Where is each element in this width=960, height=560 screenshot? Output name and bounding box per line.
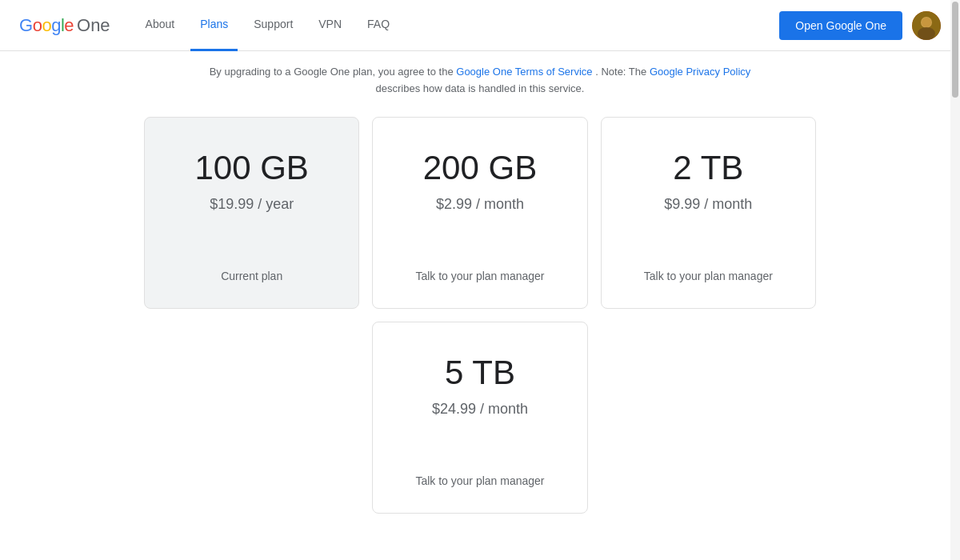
plan-storage-200gb: 200 GB [423, 150, 537, 186]
google-text: Google [19, 15, 74, 36]
plan-card-100gb[interactable]: 100 GB $19.99 / year Current plan [144, 117, 359, 309]
plan-action-200gb: Talk to your plan manager [415, 270, 544, 282]
plan-card-200gb[interactable]: 200 GB $2.99 / month Talk to your plan m… [372, 117, 587, 309]
disclaimer-prefix: By upgrading to a Google One plan, you a… [210, 66, 457, 78]
scrollbar-track[interactable] [950, 0, 960, 560]
nav-item-plans[interactable]: Plans [190, 0, 238, 51]
privacy-policy-link[interactable]: Google Privacy Policy [650, 66, 750, 78]
scrollbar-thumb[interactable] [952, 2, 958, 98]
svg-point-2 [918, 27, 935, 40]
plan-card-2tb[interactable]: 2 TB $9.99 / month Talk to your plan man… [601, 117, 816, 309]
plan-action-5tb: Talk to your plan manager [415, 474, 544, 487]
disclaimer-mid: . Note: The [595, 66, 650, 78]
open-google-one-button[interactable]: Open Google One [779, 11, 902, 40]
nav-item-about[interactable]: About [136, 0, 185, 51]
plan-price-5tb: $24.99 / month [432, 401, 528, 418]
disclaimer-text: By upgrading to a Google One plan, you a… [0, 51, 960, 104]
nav-item-vpn[interactable]: VPN [309, 0, 351, 51]
plan-price-200gb: $2.99 / month [436, 196, 524, 213]
plan-action-100gb: Current plan [221, 270, 282, 282]
terms-of-service-link[interactable]: Google One Terms of Service [456, 66, 592, 78]
avatar-image [912, 11, 941, 40]
nav-item-support[interactable]: Support [244, 0, 302, 51]
nav-item-faq[interactable]: FAQ [358, 0, 399, 51]
header: Google One About Plans Support VPN FAQ O… [0, 0, 960, 51]
header-right: Open Google One [779, 11, 941, 40]
one-text: One [77, 15, 110, 36]
svg-point-3 [922, 18, 931, 27]
plan-storage-2tb: 2 TB [673, 150, 743, 186]
plan-storage-100gb: 100 GB [194, 150, 308, 186]
plan-action-2tb: Talk to your plan manager [644, 270, 773, 282]
plan-price-2tb: $9.99 / month [664, 196, 752, 213]
avatar[interactable] [912, 11, 941, 40]
plan-price-100gb: $19.99 / year [210, 196, 294, 213]
plan-storage-5tb: 5 TB [445, 354, 515, 391]
disclaimer-suffix: describes how data is handled in this se… [376, 82, 585, 94]
plans-container: 100 GB $19.99 / year Current plan 200 GB… [80, 104, 880, 546]
main-nav: About Plans Support VPN FAQ [136, 0, 780, 51]
google-one-logo[interactable]: Google One [19, 15, 110, 36]
plan-card-5tb[interactable]: 5 TB $24.99 / month Talk to your plan ma… [372, 322, 587, 514]
